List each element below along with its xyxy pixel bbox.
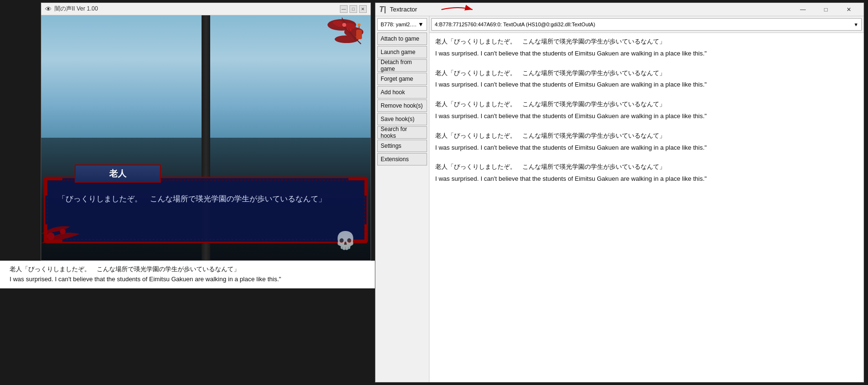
game-titlebar-left: 👁 闇の声II Ver 1.00: [45, 5, 98, 13]
text-entry-3: 老人「びっくりしましたぞ。 こんな場所で瑛光学園の学生が歩いているなんて」 I …: [435, 99, 858, 121]
bottom-text-jp: 老人「びっくりしましたぞ。 こんな場所で瑛光学園の学生が歩いているなんて」: [10, 264, 402, 275]
text-entry-1: 老人「びっくりしましたぞ。 こんな場所で瑛光学園の学生が歩いているなんて」 I …: [435, 37, 858, 59]
svg-point-7: [342, 23, 346, 27]
svg-point-14: [60, 229, 66, 234]
text-jp-1: 老人「びっくりしましたぞ。 こんな場所で瑛光学園の学生が歩いているなんて」: [435, 37, 858, 47]
process-dropdown-value: B778: yaml2.exe: [381, 22, 418, 27]
settings-button[interactable]: Settings: [377, 140, 427, 152]
extensions-button[interactable]: Extensions: [377, 153, 427, 165]
skull-decoration: 💀: [335, 231, 356, 251]
text-en-1: I was surprised. I can't believe that th…: [435, 49, 858, 59]
svg-rect-8: [356, 30, 362, 39]
text-jp-3: 老人「びっくりしましたぞ。 こんな場所で瑛光学園の学生が歩いているなんて」: [435, 99, 858, 110]
text-entry-2: 老人「びっくりしましたぞ。 こんな場所で瑛光学園の学生が歩いているなんて」 I …: [435, 68, 858, 90]
hook-dropdown-value: 4:B778:77125760:447A69:0: TextOutA (HS10…: [435, 22, 595, 27]
ornament-top-right: [265, 15, 371, 58]
bottom-text-en: I was surprised. I can't believe that th…: [10, 275, 402, 285]
textractor-minimize-button[interactable]: —: [792, 3, 814, 16]
text-en-3: I was surprised. I can't believe that th…: [435, 111, 858, 121]
game-window: 👁 闇の声II Ver 1.00 — □ ✕: [41, 2, 371, 261]
textractor-title: Textractor: [390, 6, 417, 13]
svg-point-10: [358, 23, 361, 26]
hook-dropdown-container: 4:B778:77125760:447A69:0: TextOutA (HS10…: [429, 16, 864, 33]
svg-point-13: [47, 232, 55, 240]
hook-dropdown-arrow: ▼: [854, 22, 858, 27]
bottom-text: 老人「びっくりしましたぞ。 こんな場所で瑛光学園の学生が歩いているなんて」 I …: [0, 261, 412, 288]
textractor-maximize-button[interactable]: □: [815, 3, 837, 16]
textractor-controls: — □ ✕: [792, 3, 860, 16]
game-titlebar-controls: — □ ✕: [340, 5, 367, 13]
game-icon: 👁: [45, 5, 52, 13]
attach-to-game-button[interactable]: Attach to game: [377, 33, 427, 45]
game-title: 闇の声II Ver 1.00: [55, 5, 98, 13]
detach-from-game-button[interactable]: Detach from game: [377, 59, 427, 72]
text-jp-4: 老人「びっくりしましたぞ。 こんな場所で瑛光学園の学生が歩いているなんて」: [435, 131, 858, 141]
text-en-4: I was surprised. I can't believe that th…: [435, 143, 858, 153]
text-entry-5: 老人「びっくりしましたぞ。 こんな場所で瑛光学園の学生が歩いているなんて」 I …: [435, 162, 858, 184]
game-minimize-button[interactable]: —: [340, 5, 348, 13]
textractor-window: T| Textractor — □ ✕ B778: yaml2.exe: [375, 2, 864, 383]
text-jp-2: 老人「びっくりしましたぞ。 こんな場所で瑛光学園の学生が歩いているなんて」: [435, 68, 858, 78]
textractor-logo: T|: [379, 5, 386, 14]
game-close-button[interactable]: ✕: [359, 5, 367, 13]
text-content[interactable]: 老人「びっくりしましたぞ。 こんな場所で瑛光学園の学生が歩いているなんて」 I …: [429, 33, 864, 382]
hook-dropdown[interactable]: 4:B778:77125760:447A69:0: TextOutA (HS10…: [431, 18, 862, 31]
dialog-name-box: 老人: [75, 165, 161, 183]
forget-game-button[interactable]: Forget game: [377, 73, 427, 85]
game-content: 老人 「びっくりしましたぞ。 こんな場所で瑛光学園の学生が歩いているなんて」 💀: [41, 15, 371, 260]
text-en-5: I was surprised. I can't believe that th…: [435, 174, 858, 184]
right-panel: 4:B778:77125760:447A69:0: TextOutA (HS10…: [429, 16, 864, 382]
game-titlebar: 👁 闇の声II Ver 1.00 — □ ✕: [41, 3, 371, 15]
text-en-2: I was surprised. I can't believe that th…: [435, 80, 858, 90]
textractor-close-button[interactable]: ✕: [838, 3, 860, 16]
process-dropdown-arrow: ▼: [418, 21, 424, 28]
left-panel: B778: yaml2.exe ▼ Attach to game Launch …: [375, 16, 429, 382]
textractor-titlebar-left: T| Textractor: [379, 5, 477, 14]
process-dropdown[interactable]: B778: yaml2.exe ▼: [377, 18, 427, 31]
launch-game-button[interactable]: Launch game: [377, 46, 427, 58]
game-maximize-button[interactable]: □: [349, 5, 357, 13]
textractor-titlebar: T| Textractor — □ ✕: [375, 3, 864, 16]
text-jp-5: 老人「びっくりしましたぞ。 こんな場所で瑛光学園の学生が歩いているなんて」: [435, 162, 858, 172]
text-entry-4: 老人「びっくりしましたぞ。 こんな場所で瑛光学園の学生が歩いているなんて」 I …: [435, 131, 858, 153]
search-for-hooks-button[interactable]: Search for hooks: [377, 126, 427, 139]
add-hook-button[interactable]: Add hook: [377, 86, 427, 99]
dialog-character-name: 老人: [109, 168, 126, 179]
remove-hooks-button[interactable]: Remove hook(s): [377, 99, 427, 112]
save-hooks-button[interactable]: Save hook(s): [377, 113, 427, 125]
